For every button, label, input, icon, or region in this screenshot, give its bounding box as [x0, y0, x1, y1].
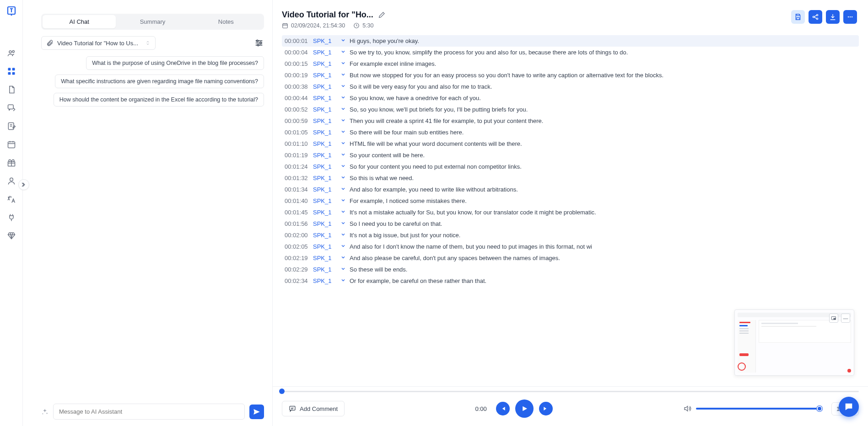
transcript-row[interactable]: 00:01:32SPK_1So this is what we need. — [282, 172, 859, 184]
transcript-row[interactable]: 00:01:05SPK_1So there will be four main … — [282, 127, 859, 138]
next-button[interactable] — [539, 402, 553, 415]
translate-icon[interactable] — [7, 195, 16, 204]
transcript-speaker[interactable]: SPK_1 — [313, 95, 337, 101]
gift-icon[interactable] — [7, 158, 16, 167]
transcript-speaker[interactable]: SPK_1 — [313, 83, 337, 90]
speaker-dropdown[interactable] — [337, 220, 350, 226]
chat-message-input[interactable] — [53, 404, 245, 420]
transcript-row[interactable]: 00:01:10SPK_1HTML file will be what your… — [282, 138, 859, 149]
transcript-speaker[interactable]: SPK_1 — [313, 163, 337, 170]
speaker-dropdown[interactable] — [337, 255, 350, 260]
speaker-dropdown[interactable] — [337, 186, 350, 192]
calendar-icon[interactable] — [7, 140, 16, 149]
transcript-speaker[interactable]: SPK_1 — [313, 152, 337, 159]
transcript-speaker[interactable]: SPK_1 — [313, 266, 337, 273]
more-button[interactable] — [843, 10, 857, 24]
speaker-dropdown[interactable] — [337, 175, 350, 180]
diamond-icon[interactable] — [7, 231, 16, 240]
sparkle-icon[interactable] — [41, 408, 49, 415]
transcript-speaker[interactable]: SPK_1 — [313, 37, 337, 44]
transcript-speaker[interactable]: SPK_1 — [313, 255, 337, 261]
speaker-dropdown[interactable] — [337, 243, 350, 249]
speaker-dropdown[interactable] — [337, 72, 350, 77]
speaker-dropdown[interactable] — [337, 197, 350, 203]
share-button[interactable] — [809, 10, 822, 24]
speaker-dropdown[interactable] — [337, 95, 350, 100]
transcript-row[interactable]: 00:00:19SPK_1But now we stopped for you … — [282, 69, 859, 81]
transcript-row[interactable]: 00:01:24SPK_1So for your content you nee… — [282, 161, 859, 172]
speaker-dropdown[interactable] — [337, 117, 350, 123]
speaker-dropdown[interactable] — [337, 277, 350, 283]
volume-handle[interactable] — [817, 406, 822, 411]
tab-summary[interactable]: Summary — [116, 15, 189, 28]
speaker-dropdown[interactable] — [337, 83, 350, 89]
transcript-row[interactable]: 00:00:59SPK_1Then you will create a spri… — [282, 115, 859, 127]
speaker-dropdown[interactable] — [337, 152, 350, 157]
minimize-thumb-button[interactable]: — — [841, 314, 850, 323]
speaker-dropdown[interactable] — [337, 266, 350, 272]
transcript-speaker[interactable]: SPK_1 — [313, 197, 337, 204]
chat-arrow-icon[interactable] — [7, 103, 16, 112]
suggestion-item[interactable]: How should the content be organized in t… — [54, 93, 264, 106]
transcript-row[interactable]: 00:01:56SPK_1So I need you to be careful… — [282, 218, 859, 229]
transcript-row[interactable]: 00:00:44SPK_1So you know, we have a oned… — [282, 92, 859, 104]
transcript-row[interactable]: 00:02:34SPK_1Or for example, be careful … — [282, 275, 859, 287]
progress-bar[interactable] — [282, 387, 859, 396]
transcript-row[interactable]: 00:00:38SPK_1So it will be very easy for… — [282, 81, 859, 92]
transcript-row[interactable]: 00:02:00SPK_1It's not a big issue, but j… — [282, 229, 859, 241]
speaker-dropdown[interactable] — [337, 60, 350, 66]
transcript-row[interactable]: 00:00:01SPK_1Hi guys, hope you're okay. — [282, 35, 859, 47]
transcript-speaker[interactable]: SPK_1 — [313, 232, 337, 239]
pip-button[interactable] — [829, 314, 838, 323]
transcript-speaker[interactable]: SPK_1 — [313, 175, 337, 181]
transcript-speaker[interactable]: SPK_1 — [313, 129, 337, 136]
speaker-dropdown[interactable] — [337, 140, 350, 146]
speaker-dropdown[interactable] — [337, 209, 350, 214]
transcript-speaker[interactable]: SPK_1 — [313, 106, 337, 113]
transcript-row[interactable]: 00:02:29SPK_1So these will be ends. — [282, 264, 859, 275]
transcript-row[interactable]: 00:02:05SPK_1And also for I don't know t… — [282, 241, 859, 252]
download-button[interactable] — [826, 10, 840, 24]
edit-title-button[interactable] — [378, 11, 385, 19]
file-selector[interactable]: Video Tutorial for "How to Us... — [41, 36, 156, 50]
app-logo[interactable] — [6, 5, 17, 16]
suggestion-item[interactable]: What is the purpose of using OneDrive in… — [86, 56, 264, 70]
transcript-speaker[interactable]: SPK_1 — [313, 49, 337, 56]
plug-icon[interactable] — [7, 213, 16, 222]
transcript-row[interactable]: 00:00:15SPK_1For example excel inline im… — [282, 58, 859, 69]
transcript-speaker[interactable]: SPK_1 — [313, 117, 337, 124]
prev-button[interactable] — [496, 402, 510, 415]
speaker-dropdown[interactable] — [337, 37, 350, 43]
user-icon[interactable] — [7, 176, 16, 186]
volume-slider[interactable] — [696, 408, 819, 410]
people-icon[interactable] — [7, 48, 16, 58]
tab-ai-chat[interactable]: AI Chat — [43, 15, 116, 28]
transcript-speaker[interactable]: SPK_1 — [313, 243, 337, 250]
transcript-speaker[interactable]: SPK_1 — [313, 186, 337, 193]
transcript-row[interactable]: 00:02:19SPK_1And also please be careful,… — [282, 252, 859, 264]
progress-handle[interactable] — [279, 389, 285, 394]
speaker-dropdown[interactable] — [337, 163, 350, 169]
document-icon[interactable] — [7, 85, 16, 94]
transcript-row[interactable]: 00:01:45SPK_1It's not a mistake actually… — [282, 207, 859, 218]
suggestion-item[interactable]: What specific instructions are given reg… — [55, 75, 264, 88]
grid-icon[interactable] — [7, 67, 16, 76]
transcript-speaker[interactable]: SPK_1 — [313, 60, 337, 67]
speaker-dropdown[interactable] — [337, 232, 350, 237]
transcript-speaker[interactable]: SPK_1 — [313, 220, 337, 227]
speaker-dropdown[interactable] — [337, 106, 350, 112]
add-comment-button[interactable]: Add Comment — [282, 401, 345, 416]
tab-notes[interactable]: Notes — [189, 15, 263, 28]
transcript-speaker[interactable]: SPK_1 — [313, 277, 337, 284]
send-button[interactable] — [249, 405, 264, 419]
video-thumbnail[interactable]: — — [734, 309, 854, 376]
filter-settings-button[interactable] — [254, 38, 264, 48]
transcript-row[interactable]: 00:00:52SPK_1So, so you know, we'll put … — [282, 104, 859, 115]
speaker-dropdown[interactable] — [337, 49, 350, 54]
edit-note-icon[interactable] — [7, 122, 16, 131]
speaker-dropdown[interactable] — [337, 129, 350, 134]
transcript-speaker[interactable]: SPK_1 — [313, 209, 337, 216]
transcript-row[interactable]: 00:01:19SPK_1So your content will be her… — [282, 149, 859, 161]
transcript-speaker[interactable]: SPK_1 — [313, 72, 337, 79]
transcript-speaker[interactable]: SPK_1 — [313, 140, 337, 147]
